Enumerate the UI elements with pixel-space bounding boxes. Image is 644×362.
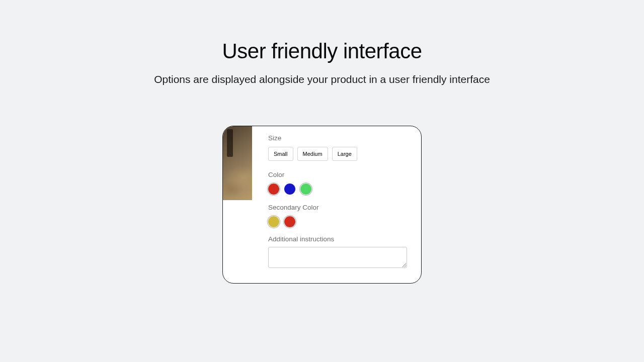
color-swatch-green[interactable] <box>300 184 311 195</box>
product-options-card: Size Small Medium Large Color Secondary … <box>222 126 422 284</box>
size-label: Size <box>268 134 408 142</box>
color-swatch-red[interactable] <box>268 184 279 195</box>
instructions-label: Additional instructions <box>268 235 408 243</box>
size-option-large[interactable]: Large <box>332 147 357 161</box>
color-label: Color <box>268 171 408 178</box>
product-image <box>223 126 252 200</box>
secondary-color-swatches <box>268 216 408 227</box>
secondary-color-label: Secondary Color <box>268 204 408 211</box>
size-options: Small Medium Large <box>268 147 408 161</box>
color-swatches <box>268 184 408 195</box>
size-option-small[interactable]: Small <box>268 147 293 161</box>
secondary-color-swatch-gold[interactable] <box>268 216 279 227</box>
instructions-input[interactable] <box>268 247 407 268</box>
secondary-color-swatch-red[interactable] <box>284 216 295 227</box>
card-right: Size Small Medium Large Color Secondary … <box>252 126 421 283</box>
card-left <box>223 126 252 283</box>
page-title: User friendly interface <box>222 39 422 63</box>
size-option-medium[interactable]: Medium <box>297 147 328 161</box>
color-swatch-blue[interactable] <box>284 184 295 195</box>
page-subtitle: Options are displayed alongside your pro… <box>154 73 490 85</box>
